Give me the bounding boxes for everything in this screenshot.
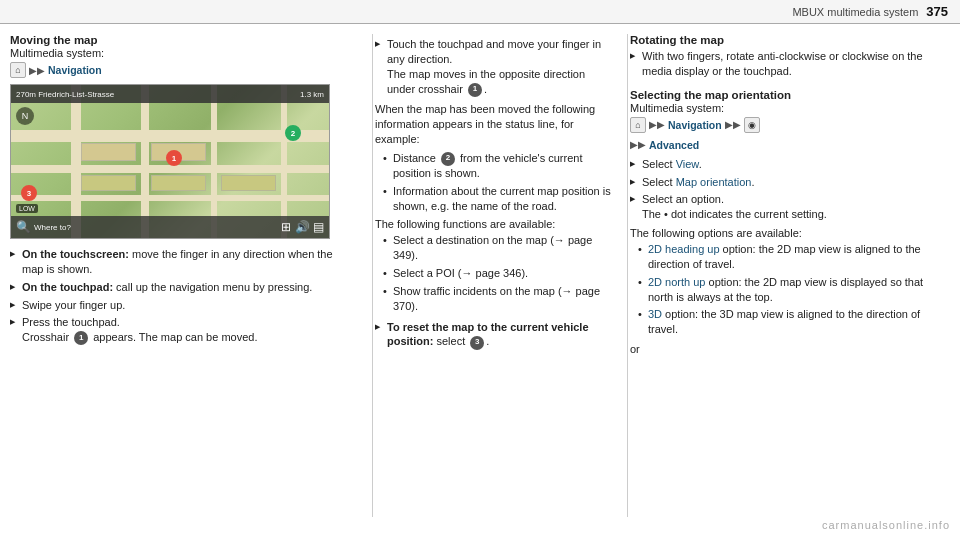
- map-compass: N: [16, 107, 34, 125]
- rotate-text: With two fingers, rotate anti-clockwise …: [642, 50, 923, 77]
- map-moved-paragraph: When the map has been moved the followin…: [375, 102, 611, 148]
- divider-left-mid: [372, 34, 373, 517]
- top-bar: MBUX multimedia system 375: [0, 0, 960, 24]
- rotating-map-title: Rotating the map: [630, 34, 948, 46]
- bullet-touchpad: On the touchpad: call up the navigation …: [10, 280, 356, 295]
- bullet-swipe: Swipe your finger up.: [10, 298, 356, 313]
- orient-nav-arrow3: ▶▶: [630, 139, 646, 150]
- map-block: [81, 143, 136, 161]
- 2d-heading-up-link[interactable]: 2D heading up: [648, 243, 720, 255]
- header-title: MBUX multimedia system: [792, 6, 918, 18]
- options-list: 2D heading up option: the 2D map view is…: [638, 242, 948, 337]
- circle-1b: 1: [468, 83, 482, 97]
- orient-nav-arrow1: ▶▶: [649, 119, 665, 130]
- circle-2: 2: [441, 152, 455, 166]
- orient-nav-icon-home: ⌂: [630, 117, 646, 133]
- orient-nav-arrow2: ▶▶: [725, 119, 741, 130]
- option-2d-north-up: 2D north up option: the 2D map view is d…: [638, 275, 948, 305]
- orient-bullets: Select View. Select Map orientation. Sel…: [630, 157, 948, 222]
- divider-mid-right: [627, 34, 628, 517]
- bullet-touchpad-text: call up the navigation menu by pressing.: [116, 281, 312, 293]
- view-link[interactable]: View: [676, 158, 699, 170]
- orient-bullet-option: Select an option.The • dot indicates the…: [630, 192, 948, 222]
- function-destination: Select a destination on the map (→ page …: [383, 233, 611, 263]
- bullet-touch-move-text: Touch the touchpad and move your finger …: [387, 38, 601, 95]
- orient-section: Selecting the map orientation Multimedia…: [630, 89, 948, 355]
- orient-nav-path2: ▶▶ Advanced: [630, 139, 948, 151]
- map-block: [151, 175, 206, 191]
- map-top-bar: 270m Friedrich-List-Strasse 1.3 km: [11, 85, 329, 103]
- option-2d-heading-up: 2D heading up option: the 2D map view is…: [638, 242, 948, 272]
- moving-map-title: Moving the map: [10, 34, 356, 46]
- function-traffic: Show traffic incidents on the map (→ pag…: [383, 284, 611, 314]
- orient-title: Selecting the map orientation: [630, 89, 948, 101]
- left-column: Moving the map Multimedia system: ⌂ ▶▶ N…: [10, 34, 370, 517]
- reset-bullet-list: To reset the map to the current vehicle …: [375, 320, 611, 350]
- bullet-touchscreen-label: On the touchscreen:: [22, 248, 129, 260]
- orient-nav-advanced[interactable]: Advanced: [649, 139, 699, 151]
- or-text: or: [630, 343, 948, 355]
- orient-subtitle: Multimedia system:: [630, 102, 948, 114]
- orient-bullet-view: Select View.: [630, 157, 948, 172]
- functions-paragraph: The following functions are available:: [375, 218, 611, 230]
- map-circle-2: 2: [285, 125, 301, 141]
- orient-nav-path: ⌂ ▶▶ Navigation ▶▶ ◉: [630, 117, 948, 133]
- distance-item: Distance 2 from the vehicle's current po…: [383, 151, 611, 181]
- bullet-touch-move: Touch the touchpad and move your finger …: [375, 37, 611, 97]
- 2d-north-up-link[interactable]: 2D north up: [648, 276, 705, 288]
- left-bullets: On the touchscreen: move the finger in a…: [10, 247, 356, 345]
- map-circle-3: 3: [21, 185, 37, 201]
- rotate-bullet: With two fingers, rotate anti-clockwise …: [630, 49, 948, 79]
- 3d-link[interactable]: 3D: [648, 308, 662, 320]
- reset-text: select 3.: [437, 335, 490, 347]
- map-low-badge: LOW: [16, 204, 38, 213]
- map-block: [81, 175, 136, 191]
- right-column: Rotating the map With two fingers, rotat…: [630, 34, 948, 517]
- map-bottom-bar: 🔍 Where to? ⊞ 🔊 ▤: [11, 216, 329, 238]
- status-info-list: Distance 2 from the vehicle's current po…: [383, 151, 611, 214]
- main-content: Moving the map Multimedia system: ⌂ ▶▶ N…: [0, 24, 960, 527]
- mid-column: Touch the touchpad and move your finger …: [375, 34, 625, 517]
- map-position-item: Information about the current map positi…: [383, 184, 611, 214]
- map-orientation-link[interactable]: Map orientation: [676, 176, 752, 188]
- map-top-right: 1.3 km: [118, 90, 324, 99]
- option-3d: 3D option: the 3D map view is aligned to…: [638, 307, 948, 337]
- reset-bullet: To reset the map to the current vehicle …: [375, 320, 611, 350]
- orient-bullet-map-orient: Select Map orientation.: [630, 175, 948, 190]
- map-background: 270m Friedrich-List-Strasse 1.3 km 1 2 3…: [11, 85, 329, 238]
- orient-nav-navigation[interactable]: Navigation: [668, 119, 722, 131]
- bullet-swipe-text: Swipe your finger up.: [22, 299, 125, 311]
- bullet-press: Press the touchpad.Crosshair 1 appears. …: [10, 315, 356, 345]
- map-bottom-text: Where to?: [34, 223, 71, 232]
- options-intro: The following options are available:: [630, 227, 948, 239]
- map-image: 270m Friedrich-List-Strasse 1.3 km 1 2 3…: [10, 84, 330, 239]
- mid-bullets-top: Touch the touchpad and move your finger …: [375, 37, 611, 97]
- circle-1: 1: [74, 331, 88, 345]
- bullet-touchpad-label: On the touchpad:: [22, 281, 113, 293]
- header-page: 375: [926, 4, 948, 19]
- nav-icon-home: ⌂: [10, 62, 26, 78]
- nav-path: ⌂ ▶▶ Navigation: [10, 62, 356, 78]
- orient-nav-icon-settings: ◉: [744, 117, 760, 133]
- moving-map-subtitle: Multimedia system:: [10, 47, 356, 59]
- function-poi: Select a POI (→ page 346).: [383, 266, 611, 281]
- nav-link-navigation[interactable]: Navigation: [48, 64, 102, 76]
- nav-arrow-1: ▶▶: [29, 65, 45, 76]
- watermark: carmanualsonline.info: [822, 519, 950, 531]
- circle-3: 3: [470, 336, 484, 350]
- functions-list: Select a destination on the map (→ page …: [383, 233, 611, 313]
- map-top-left: 270m Friedrich-List-Strasse: [16, 90, 114, 99]
- rotate-bullets: With two fingers, rotate anti-clockwise …: [630, 49, 948, 79]
- bullet-press-text: Press the touchpad.Crosshair 1 appears. …: [22, 316, 257, 343]
- bullet-touchscreen: On the touchscreen: move the finger in a…: [10, 247, 356, 277]
- map-block: [221, 175, 276, 191]
- map-circle-1: 1: [166, 150, 182, 166]
